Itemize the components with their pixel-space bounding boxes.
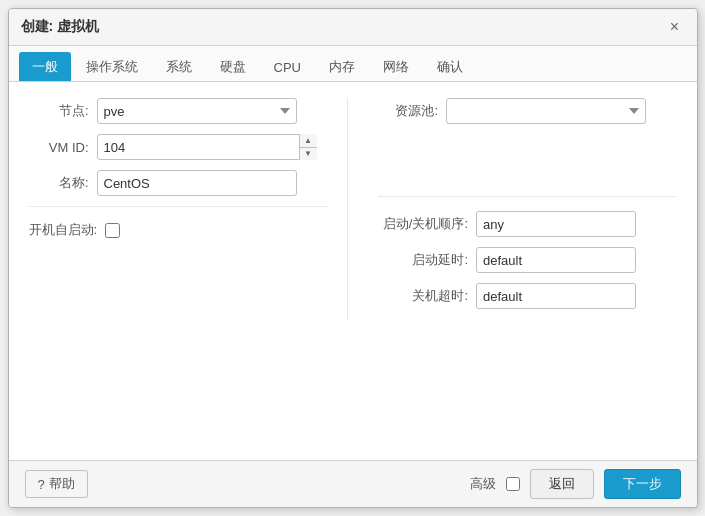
tab-os[interactable]: 操作系统 bbox=[73, 52, 151, 81]
vmid-up-arrow[interactable]: ▲ bbox=[300, 134, 317, 148]
node-row: 节点: pve bbox=[29, 98, 328, 124]
spacer bbox=[378, 134, 677, 190]
help-label: 帮助 bbox=[49, 475, 75, 493]
tab-cpu[interactable]: CPU bbox=[261, 54, 314, 80]
start-stop-label: 启动/关机顺序: bbox=[378, 215, 468, 233]
node-select[interactable]: pve bbox=[97, 98, 297, 124]
help-button[interactable]: ? 帮助 bbox=[25, 470, 88, 498]
name-label: 名称: bbox=[29, 174, 89, 192]
node-label: 节点: bbox=[29, 102, 89, 120]
create-vm-dialog: 创建: 虚拟机 × 一般 操作系统 系统 硬盘 CPU 内存 网络 确认 节点:… bbox=[8, 8, 698, 508]
dialog-footer: ? 帮助 高级 返回 下一步 bbox=[9, 460, 697, 507]
tab-memory[interactable]: 内存 bbox=[316, 52, 368, 81]
name-row: 名称: bbox=[29, 170, 328, 196]
dialog-header: 创建: 虚拟机 × bbox=[9, 9, 697, 46]
footer-left: ? 帮助 bbox=[25, 470, 88, 498]
advanced-label: 高级 bbox=[470, 475, 496, 493]
tab-disk[interactable]: 硬盘 bbox=[207, 52, 259, 81]
vmid-row: VM ID: ▲ ▼ bbox=[29, 134, 328, 160]
resource-pool-row: 资源池: bbox=[378, 98, 677, 124]
back-button[interactable]: 返回 bbox=[530, 469, 594, 499]
next-button[interactable]: 下一步 bbox=[604, 469, 681, 499]
auto-start-label: 开机自启动: bbox=[29, 221, 98, 239]
vmid-label: VM ID: bbox=[29, 140, 89, 155]
dialog-title: 创建: 虚拟机 bbox=[21, 18, 100, 36]
help-icon: ? bbox=[38, 477, 45, 492]
left-column: 节点: pve VM ID: ▲ ▼ bbox=[29, 98, 349, 319]
auto-start-checkbox[interactable] bbox=[105, 223, 120, 238]
shutdown-timeout-row: 关机超时: bbox=[378, 283, 677, 309]
tab-system[interactable]: 系统 bbox=[153, 52, 205, 81]
tab-bar: 一般 操作系统 系统 硬盘 CPU 内存 网络 确认 bbox=[9, 46, 697, 82]
tab-confirm[interactable]: 确认 bbox=[424, 52, 476, 81]
dialog-body: 节点: pve VM ID: ▲ ▼ bbox=[9, 82, 697, 460]
tab-general[interactable]: 一般 bbox=[19, 52, 71, 81]
tab-network[interactable]: 网络 bbox=[370, 52, 422, 81]
close-button[interactable]: × bbox=[665, 17, 685, 37]
resource-pool-select[interactable] bbox=[446, 98, 646, 124]
start-stop-input[interactable] bbox=[476, 211, 636, 237]
resource-pool-label: 资源池: bbox=[378, 102, 438, 120]
footer-right: 高级 返回 下一步 bbox=[470, 469, 681, 499]
vmid-input[interactable] bbox=[97, 134, 317, 160]
main-layout: 节点: pve VM ID: ▲ ▼ bbox=[29, 98, 677, 319]
vmid-arrows: ▲ ▼ bbox=[299, 134, 317, 160]
start-delay-label: 启动延时: bbox=[378, 251, 468, 269]
shutdown-timeout-label: 关机超时: bbox=[378, 287, 468, 305]
advanced-checkbox[interactable] bbox=[506, 477, 520, 491]
divider-1 bbox=[29, 206, 328, 207]
start-stop-row: 启动/关机顺序: bbox=[378, 211, 677, 237]
name-input[interactable] bbox=[97, 170, 297, 196]
vmid-spinner: ▲ ▼ bbox=[97, 134, 317, 160]
right-column: 资源池: 启动/关机顺序: 启动延时: bbox=[348, 98, 677, 319]
auto-start-row: 开机自启动: bbox=[29, 221, 328, 239]
vmid-down-arrow[interactable]: ▼ bbox=[300, 148, 317, 161]
shutdown-timeout-input[interactable] bbox=[476, 283, 636, 309]
start-delay-row: 启动延时: bbox=[378, 247, 677, 273]
start-delay-input[interactable] bbox=[476, 247, 636, 273]
divider-2 bbox=[378, 196, 677, 197]
